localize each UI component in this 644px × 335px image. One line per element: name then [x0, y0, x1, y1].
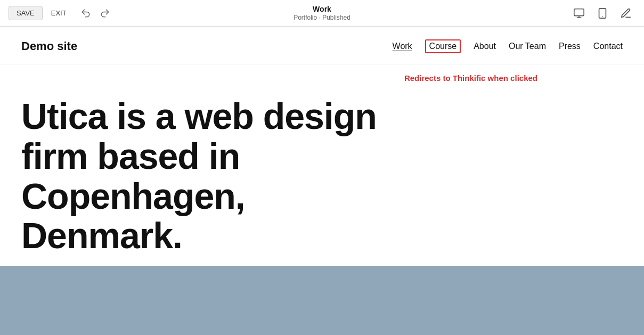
exit-button[interactable]: EXIT [47, 6, 71, 20]
redirect-tooltip: Redirects to Thinkific when clicked [404, 73, 537, 83]
save-button[interactable]: SAVE [9, 6, 43, 20]
nav-item-about[interactable]: About [474, 42, 496, 51]
nav-item-course[interactable]: Course [425, 39, 461, 53]
hero-section: Utica is a web design firm based in Cope… [0, 64, 644, 298]
toolbar-subtitle: Portfolio · Published [294, 14, 350, 21]
redo-icon [100, 8, 110, 19]
site-header: Demo site Work Course About Our Team Pre… [0, 27, 644, 64]
edit-button[interactable] [616, 5, 635, 21]
nav-item-our-team[interactable]: Our Team [509, 42, 546, 51]
undo-icon [80, 8, 91, 19]
nav-item-contact[interactable]: Contact [593, 42, 623, 51]
toolbar-right [569, 5, 635, 21]
toolbar: SAVE EXIT Work Portfolio · Published [0, 0, 644, 27]
site-logo: Demo site [21, 39, 77, 53]
svg-rect-1 [599, 8, 606, 18]
desktop-view-button[interactable] [569, 5, 589, 21]
nav-item-work[interactable]: Work [393, 42, 412, 51]
nav-item-press[interactable]: Press [559, 42, 581, 51]
undo-redo-group [77, 6, 113, 21]
toolbar-left: SAVE EXIT [9, 6, 113, 21]
redo-button[interactable] [96, 6, 113, 21]
canvas-wrapper: Demo site Work Course About Our Team Pre… [0, 27, 644, 335]
toolbar-title: Work [294, 5, 350, 14]
pencil-icon [620, 7, 632, 19]
desktop-icon [573, 7, 585, 19]
canvas: Demo site Work Course About Our Team Pre… [0, 27, 644, 335]
toolbar-center: Work Portfolio · Published [294, 5, 350, 21]
undo-button[interactable] [77, 6, 94, 21]
hero-text: Utica is a web design firm based in Cope… [21, 96, 394, 256]
mobile-icon [597, 7, 608, 19]
mobile-view-button[interactable] [593, 5, 612, 21]
bottom-section [0, 266, 644, 335]
site-nav: Work Course About Our Team Press Contact [393, 39, 623, 53]
svg-rect-0 [574, 9, 584, 15]
